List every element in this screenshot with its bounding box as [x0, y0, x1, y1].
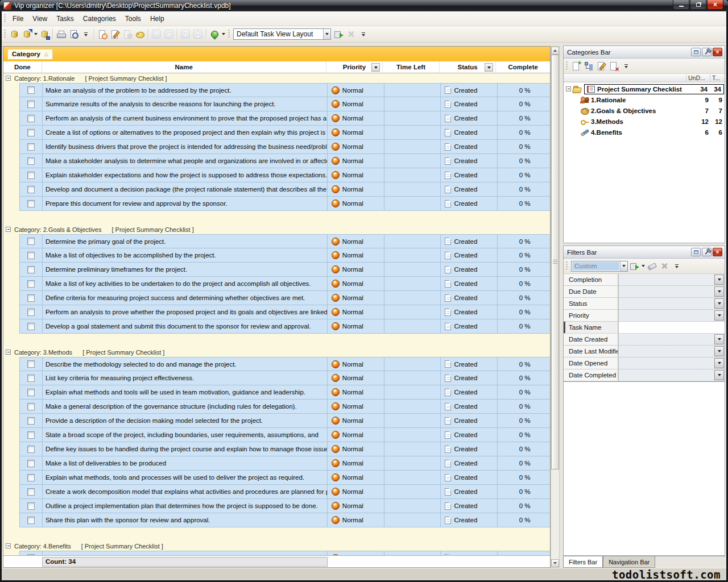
- overflow-button[interactable]: [620, 60, 632, 72]
- filter-dropdown-button[interactable]: [714, 334, 724, 344]
- task-checkbox[interactable]: [27, 280, 35, 288]
- task-checkbox[interactable]: [27, 238, 35, 245]
- tab-navigation-bar[interactable]: Navigation Bar: [603, 556, 655, 568]
- task-checkbox[interactable]: [27, 266, 35, 273]
- task-checkbox[interactable]: [27, 294, 35, 302]
- filter-dropdown-button[interactable]: [714, 298, 724, 309]
- filter-row-status[interactable]: Status: [564, 298, 725, 310]
- task-row[interactable]: Create a list of options or alternatives…: [19, 126, 550, 140]
- task-row[interactable]: Explain what methods, tools and processe…: [19, 471, 550, 485]
- task-row[interactable]: Make a list of key activities to be unde…: [19, 277, 550, 291]
- task-checkbox[interactable]: [27, 446, 35, 453]
- filter-row-due-date[interactable]: Due Date: [564, 286, 725, 298]
- scroll-up-button[interactable]: [551, 47, 559, 55]
- column-time-left[interactable]: Time Left: [383, 61, 440, 73]
- title-bar[interactable]: Vip organizer [C:\Users\dmitry\Desktop\P…: [0, 0, 728, 11]
- task-row[interactable]: Describe the methodology selected to do …: [19, 357, 550, 371]
- dock-panel-button[interactable]: [691, 248, 701, 256]
- group-by-category-button[interactable]: Category △: [7, 49, 53, 60]
- task-row[interactable]: State a broad scope of the project, incl…: [19, 428, 550, 442]
- menu-file[interactable]: File: [8, 13, 28, 25]
- category-group-header[interactable]: Category: 4.Benefits[ Project Summary Ch…: [3, 541, 550, 551]
- add-category-button[interactable]: [570, 60, 582, 72]
- close-panel-button[interactable]: ×: [713, 48, 722, 56]
- edit-task-button[interactable]: [109, 28, 121, 40]
- collapse-icon[interactable]: [6, 543, 11, 548]
- close-button[interactable]: ×: [707, 0, 723, 10]
- pin-panel-button[interactable]: [702, 248, 712, 256]
- filter-row-priority[interactable]: Priority: [564, 310, 725, 322]
- task-checkbox[interactable]: [27, 115, 35, 122]
- filter-row-completion[interactable]: Completion: [564, 274, 725, 286]
- overflow-button[interactable]: [80, 28, 92, 40]
- column-name[interactable]: Name: [42, 61, 326, 73]
- task-checkbox[interactable]: [27, 502, 35, 510]
- pin-panel-button[interactable]: [702, 48, 712, 56]
- task-row[interactable]: Create a work decomposition model that e…: [19, 485, 550, 499]
- task-row[interactable]: Define key issues to be handled during t…: [19, 442, 550, 456]
- brand-link[interactable]: todolistsoft.com: [612, 568, 721, 581]
- category-group-header[interactable]: Category: 3.Methods[ Project Summary Che…: [3, 347, 550, 357]
- delete-category-button[interactable]: [607, 60, 620, 72]
- filter-preset-dropdown[interactable]: [620, 261, 627, 271]
- menu-help[interactable]: Help: [146, 13, 169, 25]
- priority-filter-button[interactable]: [371, 63, 380, 72]
- task-checkbox[interactable]: [27, 200, 35, 207]
- filter-row-date-created[interactable]: Date Created: [564, 334, 725, 346]
- share-button[interactable]: [208, 28, 221, 40]
- restore-button[interactable]: [690, 0, 706, 10]
- task-checkbox[interactable]: [27, 431, 35, 439]
- column-priority[interactable]: Priority: [326, 61, 383, 73]
- task-checkbox[interactable]: [27, 129, 35, 136]
- task-row[interactable]: Perform an analysis of the current busin…: [19, 111, 550, 126]
- minimize-button[interactable]: [673, 0, 689, 10]
- add-subcategory-button[interactable]: [582, 60, 595, 72]
- task-checkbox[interactable]: [27, 86, 35, 94]
- task-checkbox[interactable]: [27, 101, 35, 108]
- column-status[interactable]: Status: [440, 61, 497, 73]
- task-checkbox[interactable]: [27, 309, 35, 316]
- scroll-down-button[interactable]: [551, 559, 559, 567]
- filter-dropdown-button[interactable]: [714, 286, 724, 297]
- notes-button[interactable]: [134, 28, 146, 40]
- task-checkbox[interactable]: [27, 252, 35, 259]
- tree-item-3-methods[interactable]: 3.Methods1212: [564, 116, 725, 127]
- filter-input[interactable]: [619, 322, 725, 333]
- filter-preset-combo[interactable]: Custom: [571, 261, 628, 272]
- dropdown-arrow-icon[interactable]: [221, 29, 226, 39]
- layout-combo-dropdown[interactable]: [323, 29, 330, 39]
- collapse-icon[interactable]: [6, 227, 11, 232]
- filter-value[interactable]: [619, 274, 714, 285]
- category-group-header[interactable]: Category: 1.Rationale[ Project Summary C…: [3, 73, 550, 83]
- task-checkbox[interactable]: [27, 323, 35, 330]
- filter-row-date-opened[interactable]: Date Opened: [564, 357, 725, 369]
- collapse-icon[interactable]: [566, 86, 571, 92]
- vertical-scrollbar[interactable]: [551, 46, 560, 568]
- filter-row-date-last-modified[interactable]: Date Last Modified: [564, 346, 725, 357]
- task-row[interactable]: Develop and document a decision package …: [19, 182, 550, 197]
- tab-filters-bar[interactable]: Filters Bar: [563, 556, 603, 568]
- task-checkbox[interactable]: [27, 186, 35, 193]
- column-undone[interactable]: UnD...: [686, 74, 710, 81]
- filter-value[interactable]: [619, 310, 714, 321]
- selected-tree-item[interactable]: Project Summary Checklist3434: [584, 84, 724, 94]
- task-row[interactable]: Make a list of objectives to be accompli…: [19, 248, 550, 263]
- task-checkbox[interactable]: [27, 460, 35, 467]
- task-row[interactable]: Outline a project implementation plan th…: [19, 499, 550, 513]
- task-row[interactable]: Make an analysis of the problem to be ad…: [19, 83, 550, 97]
- close-panel-button[interactable]: ×: [713, 248, 722, 256]
- task-row[interactable]: Summarize results of the analysis to des…: [19, 97, 550, 111]
- apply-layout-button[interactable]: [332, 28, 345, 40]
- print-button[interactable]: [55, 28, 67, 40]
- overflow-button[interactable]: [671, 260, 683, 272]
- task-row[interactable]: Make a general description of the govern…: [19, 400, 550, 414]
- task-checkbox[interactable]: [27, 417, 35, 425]
- layout-combo[interactable]: Default Task View Layout: [233, 28, 331, 40]
- filter-value[interactable]: [619, 369, 714, 381]
- tree-item-2-goals-objectives[interactable]: 2.Goals & Objectives77: [564, 105, 725, 116]
- task-checkbox[interactable]: [27, 360, 35, 368]
- scrollbar-thumb[interactable]: [551, 55, 559, 469]
- tree-item-4-benefits[interactable]: 4.Benefits66: [564, 127, 725, 138]
- menu-tools[interactable]: Tools: [121, 13, 146, 25]
- filter-dropdown-button[interactable]: [714, 370, 724, 380]
